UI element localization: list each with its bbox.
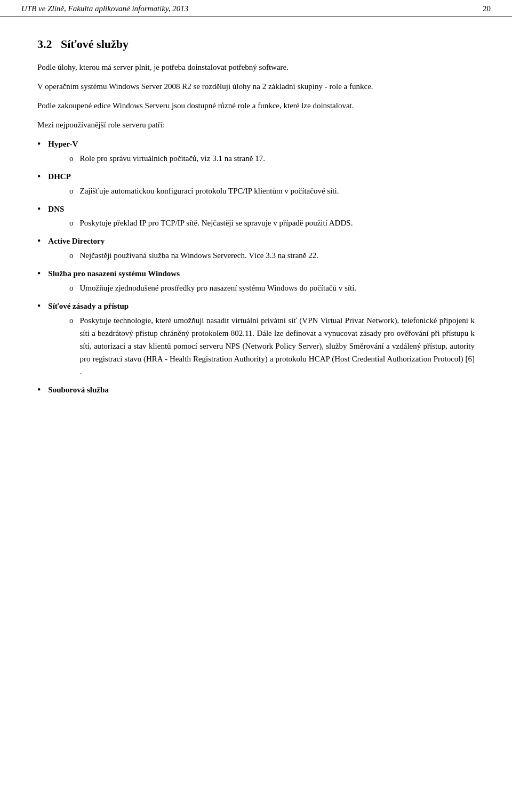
- page-header: UTB ve Zlíně, Fakulta aplikované informa…: [0, 0, 512, 17]
- sub-text-3-0: Nejčastěji používaná služba na Windows S…: [80, 249, 475, 262]
- bullet-label-0: Hyper-V: [48, 138, 78, 150]
- bullet-row-6: •Souborová služba: [37, 383, 475, 398]
- bullet-symbol-2: •: [37, 202, 41, 217]
- bullet-list: •Hyper-VoRole pro správu virtuálních poč…: [37, 138, 475, 398]
- bullet-symbol-6: •: [37, 382, 41, 398]
- sub-item-3-0: oNejčastěji používaná služba na Windows …: [69, 249, 475, 262]
- bullet-symbol-0: •: [37, 136, 41, 152]
- section-title: Síťové služby: [61, 37, 129, 51]
- bullet-item-1: •DHCPoZajišťuje automatickou konfiguraci…: [37, 170, 475, 197]
- bullet-label-4: Služba pro nasazení systému Windows: [48, 267, 180, 280]
- bullet-symbol-4: •: [37, 266, 41, 282]
- bullet-item-6: •Souborová služba: [37, 383, 475, 398]
- bullet-label-5: Síťové zásady a přístup: [48, 300, 129, 312]
- sub-o-2-0: o: [69, 216, 74, 229]
- sub-o-5-0: o: [69, 314, 74, 327]
- sub-o-0-0: o: [69, 152, 74, 165]
- bullet-symbol-1: •: [37, 169, 41, 184]
- bullet-row-0: •Hyper-V: [37, 138, 475, 152]
- bullet-item-0: •Hyper-VoRole pro správu virtuálních poč…: [37, 138, 475, 165]
- bullet-label-3: Active Directory: [48, 235, 105, 247]
- bullet-row-1: •DHCP: [37, 170, 475, 184]
- page: UTB ve Zlíně, Fakulta aplikované informa…: [0, 0, 512, 812]
- bullet-item-3: •Active DirectoryoNejčastěji používaná s…: [37, 235, 475, 262]
- bullet-row-3: •Active Directory: [37, 235, 475, 249]
- bullet-row-4: •Služba pro nasazení systému Windows: [37, 267, 475, 282]
- bullet-label-1: DHCP: [48, 170, 71, 183]
- bullet-item-4: •Služba pro nasazení systému WindowsoUmo…: [37, 267, 475, 294]
- bullet-symbol-5: •: [37, 299, 41, 314]
- sub-o-4-0: o: [69, 282, 74, 294]
- sub-o-1-0: o: [69, 184, 74, 197]
- bullet-row-5: •Síťové zásady a přístup: [37, 300, 475, 314]
- sub-text-1-0: Zajišťuje automatickou konfiguraci proto…: [80, 184, 475, 197]
- section-title-space: [55, 37, 58, 51]
- section-heading: 3.2 Síťové služby: [37, 37, 475, 51]
- paragraph-3: Podle zakoupené edice Windows Serveru js…: [37, 99, 475, 112]
- sub-item-5-0: oPoskytuje technologie, které umožňují n…: [69, 314, 475, 378]
- sub-item-4-0: oUmožňuje zjednodušené prostředky pro na…: [69, 282, 475, 294]
- section-number: 3.2: [37, 37, 52, 51]
- sub-text-4-0: Umožňuje zjednodušené prostředky pro nas…: [80, 282, 475, 294]
- sub-item-1-0: oZajišťuje automatickou konfiguraci prot…: [69, 184, 475, 197]
- sub-text-5-0: Poskytuje technologie, které umožňují na…: [80, 314, 475, 378]
- page-content: 3.2 Síťové služby Podle úlohy, kterou má…: [0, 17, 512, 424]
- sub-text-0-0: Role pro správu virtuálních počítačů, vi…: [80, 152, 475, 165]
- sub-item-0-0: oRole pro správu virtuálních počítačů, v…: [69, 152, 475, 165]
- paragraph-4: Mezi nejpoužívanější role serveru patří:: [37, 118, 475, 131]
- bullet-label-2: DNS: [48, 203, 64, 215]
- sub-o-3-0: o: [69, 249, 74, 262]
- bullet-item-5: •Síťové zásady a přístupoPoskytuje techn…: [37, 300, 475, 378]
- paragraph-1: Podle úlohy, kterou má server plnit, je …: [37, 61, 475, 74]
- header-title: UTB ve Zlíně, Fakulta aplikované informa…: [21, 4, 188, 13]
- bullet-item-2: •DNSoPoskytuje překlad IP pro TCP/IP sít…: [37, 203, 475, 230]
- paragraph-2: V operačním systému Windows Server 2008 …: [37, 80, 475, 93]
- bullet-row-2: •DNS: [37, 203, 475, 217]
- header-page-number: 20: [483, 4, 491, 13]
- bullet-label-6: Souborová služba: [48, 383, 109, 396]
- sub-text-2-0: Poskytuje překlad IP pro TCP/IP sítě. Ne…: [80, 216, 475, 229]
- sub-item-2-0: oPoskytuje překlad IP pro TCP/IP sítě. N…: [69, 216, 475, 229]
- bullet-symbol-3: •: [37, 234, 41, 249]
